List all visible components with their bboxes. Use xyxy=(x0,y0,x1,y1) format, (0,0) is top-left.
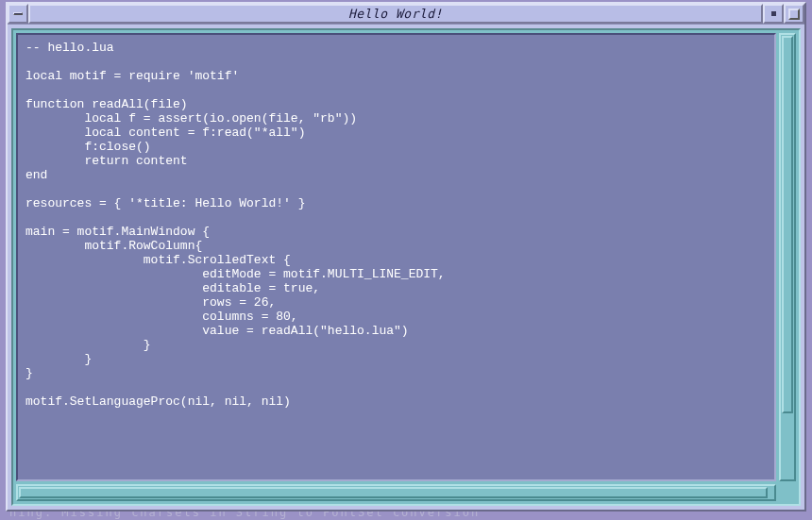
minimize-button[interactable] xyxy=(763,4,784,24)
dash-icon xyxy=(13,12,23,15)
horizontal-scrollbar[interactable] xyxy=(16,484,776,501)
text-scroll-wrapper: -- hello.lua local motif = require 'moti… xyxy=(16,33,796,481)
maximize-button[interactable] xyxy=(784,4,804,24)
horizontal-scroll-thumb[interactable] xyxy=(19,487,768,498)
vertical-scrollbar[interactable] xyxy=(779,33,796,481)
code-editor[interactable]: -- hello.lua local motif = require 'moti… xyxy=(16,33,776,481)
dot-icon xyxy=(771,11,776,16)
window-title: Hello World! xyxy=(28,4,763,24)
main-window: Hello World! -- hello.lua local motif = … xyxy=(6,2,806,512)
titlebar: Hello World! xyxy=(8,4,804,25)
box-icon xyxy=(788,8,800,20)
client-area: -- hello.lua local motif = require 'moti… xyxy=(11,28,801,506)
window-menu-button[interactable] xyxy=(8,4,28,24)
vertical-scroll-thumb[interactable] xyxy=(782,36,793,413)
